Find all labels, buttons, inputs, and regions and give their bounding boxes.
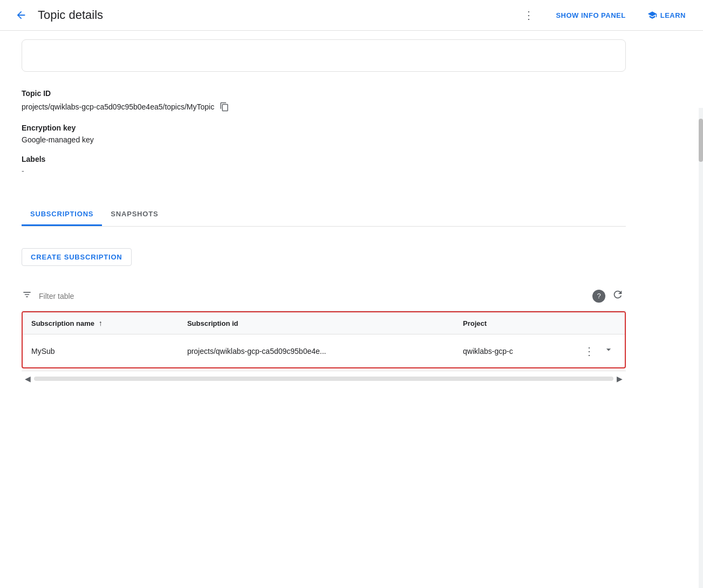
table-row: MySub projects/qwiklabs-gcp-ca5d09c95b0e… xyxy=(23,334,625,368)
header-left: Topic details xyxy=(13,7,519,23)
row-actions: ⋮ xyxy=(582,342,616,360)
learn-button[interactable]: LEARN xyxy=(643,7,690,23)
show-info-panel-label: SHOW INFO PANEL xyxy=(556,11,625,19)
info-section: Topic ID projects/qwiklabs-gcp-ca5d09c95… xyxy=(22,85,626,199)
tab-snapshots[interactable]: SNAPSHOTS xyxy=(102,203,167,226)
main-content: Topic ID projects/qwiklabs-gcp-ca5d09c95… xyxy=(0,39,647,386)
cell-project: qwiklabs-gcp-c xyxy=(454,334,573,368)
encryption-key-value: Google-managed key xyxy=(22,135,626,144)
table-header-row: Subscription name ↑ Subscription id Proj… xyxy=(23,312,625,334)
filter-icon xyxy=(22,289,32,303)
copy-topic-id-button[interactable] xyxy=(219,101,230,113)
cell-subscription-name: MySub xyxy=(23,334,179,368)
topic-id-row: projects/qwiklabs-gcp-ca5d09c95b0e4ea5/t… xyxy=(22,101,626,113)
more-options-button[interactable]: ⋮ xyxy=(519,6,538,24)
labels-value: - xyxy=(22,167,626,175)
cell-row-actions: ⋮ xyxy=(573,334,625,368)
page-title: Topic details xyxy=(38,8,103,22)
col-header-subscription-id: Subscription id xyxy=(179,312,454,334)
col-header-actions xyxy=(573,312,625,334)
topic-id-value: projects/qwiklabs-gcp-ca5d09c95b0e4ea5/t… xyxy=(22,102,214,111)
learn-label: LEARN xyxy=(660,11,686,19)
horizontal-scrollbar-area: ◀ ▶ xyxy=(22,371,626,386)
col-header-project: Project xyxy=(454,312,573,334)
filter-table-input[interactable] xyxy=(39,292,586,300)
show-info-panel-button[interactable]: SHOW INFO PANEL xyxy=(551,8,630,23)
labels-label: Labels xyxy=(22,155,626,163)
filter-bar: ? xyxy=(22,281,626,311)
refresh-button[interactable] xyxy=(610,286,626,305)
scrollbar-thumb[interactable] xyxy=(699,119,703,162)
encryption-key-label: Encryption key xyxy=(22,124,626,132)
top-card xyxy=(22,39,626,72)
topic-id-label: Topic ID xyxy=(22,89,626,98)
scroll-track[interactable] xyxy=(34,377,613,381)
cell-subscription-id: projects/qwiklabs-gcp-ca5d09c95b0e4e... xyxy=(179,334,454,368)
tabs-bar: SUBSCRIPTIONS SNAPSHOTS xyxy=(22,203,626,227)
subscriptions-table-container: Subscription name ↑ Subscription id Proj… xyxy=(22,311,626,368)
create-subscription-area: CREATE SUBSCRIPTION xyxy=(22,237,626,277)
sort-asc-icon: ↑ xyxy=(99,319,103,327)
subscriptions-table: Subscription name ↑ Subscription id Proj… xyxy=(23,312,625,367)
back-button[interactable] xyxy=(13,7,29,23)
row-expand-button[interactable] xyxy=(601,342,616,360)
vertical-scrollbar[interactable] xyxy=(699,108,703,386)
col-header-subscription-name: Subscription name ↑ xyxy=(23,312,179,334)
page-header: Topic details ⋮ SHOW INFO PANEL LEARN xyxy=(0,0,703,31)
filter-actions: ? xyxy=(592,286,626,305)
header-actions: ⋮ SHOW INFO PANEL LEARN xyxy=(519,6,690,24)
learn-icon xyxy=(647,10,657,20)
create-subscription-button[interactable]: CREATE SUBSCRIPTION xyxy=(22,248,132,266)
tab-subscriptions[interactable]: SUBSCRIPTIONS xyxy=(22,203,102,226)
help-button[interactable]: ? xyxy=(592,290,605,303)
row-more-options-button[interactable]: ⋮ xyxy=(582,343,597,360)
scroll-left-arrow[interactable]: ◀ xyxy=(22,373,34,384)
scroll-right-arrow[interactable]: ▶ xyxy=(613,373,626,384)
